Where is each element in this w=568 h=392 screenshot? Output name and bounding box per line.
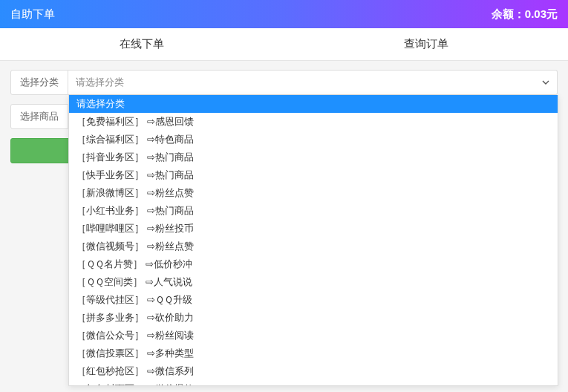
dropdown-option[interactable]: ［小红书业务］ ⇨热门商品 (69, 202, 558, 220)
tab-query-order[interactable]: 查询订单 (284, 28, 569, 60)
dropdown-option[interactable]: ［等级代挂区］ ⇨ＱＱ升级 (69, 291, 558, 309)
dropdown-option[interactable]: ［微信视频号］ ⇨粉丝点赞 (69, 238, 558, 255)
dropdown-option[interactable]: ［新浪微博区］ ⇨粉丝点赞 (69, 184, 558, 202)
chevron-down-icon (542, 77, 549, 88)
dropdown-option[interactable]: ［综合福利区］ ⇨特色商品 (69, 131, 558, 148)
product-label: 选择商品 (10, 104, 68, 129)
dropdown-option[interactable]: ［哔哩哔哩区］ ⇨粉丝投币 (69, 220, 558, 238)
dropdown-option[interactable]: ［红包秒抢区］ ⇨微信系列 (69, 362, 558, 380)
tab-bar: 在线下单 查询订单 (0, 28, 568, 61)
tab-online-order[interactable]: 在线下单 (0, 28, 284, 60)
header-bar: 自助下单 余额：0.03元 (0, 0, 568, 28)
dropdown-option[interactable]: ［微信投票区］ ⇨多种类型 (69, 344, 558, 362)
category-select[interactable]: 请选择分类 (68, 70, 558, 95)
dropdown-option[interactable]: ［ＱＱ名片赞］ ⇨低价秒冲 (69, 255, 558, 273)
app-title: 自助下单 (10, 7, 55, 22)
balance-display: 余额：0.03元 (492, 7, 558, 22)
dropdown-option-placeholder[interactable]: 请选择分类 (69, 95, 558, 113)
category-dropdown[interactable]: 请选择分类［免费福利区］ ⇨感恩回馈［综合福利区］ ⇨特色商品［抖音业务区］ ⇨… (68, 95, 558, 386)
form-area: 选择分类 请选择分类 请选择分类［免费福利区］ ⇨感恩回馈［综合福利区］ ⇨特色… (0, 61, 568, 174)
dropdown-option[interactable]: ［免费福利区］ ⇨感恩回馈 (69, 113, 558, 131)
category-label: 选择分类 (10, 70, 68, 95)
dropdown-option[interactable]: ［快手业务区］ ⇨热门商品 (69, 166, 558, 184)
dropdown-option[interactable]: ［拼多多业务］ ⇨砍价助力 (69, 309, 558, 327)
category-select-value: 请选择分类 (76, 76, 124, 89)
dropdown-option[interactable]: ［ＱＱ空间类］ ⇨人气说说 (69, 273, 558, 291)
dropdown-option[interactable]: ［微信公众号］ ⇨粉丝阅读 (69, 327, 558, 344)
category-select-wrap: 请选择分类 请选择分类［免费福利区］ ⇨感恩回馈［综合福利区］ ⇨特色商品［抖音… (68, 70, 558, 95)
dropdown-option[interactable]: ［红包封面区］ ⇨微信爆款 (69, 380, 558, 386)
category-row: 选择分类 请选择分类 请选择分类［免费福利区］ ⇨感恩回馈［综合福利区］ ⇨特色… (10, 70, 558, 95)
dropdown-option[interactable]: ［抖音业务区］ ⇨热门商品 (69, 148, 558, 166)
